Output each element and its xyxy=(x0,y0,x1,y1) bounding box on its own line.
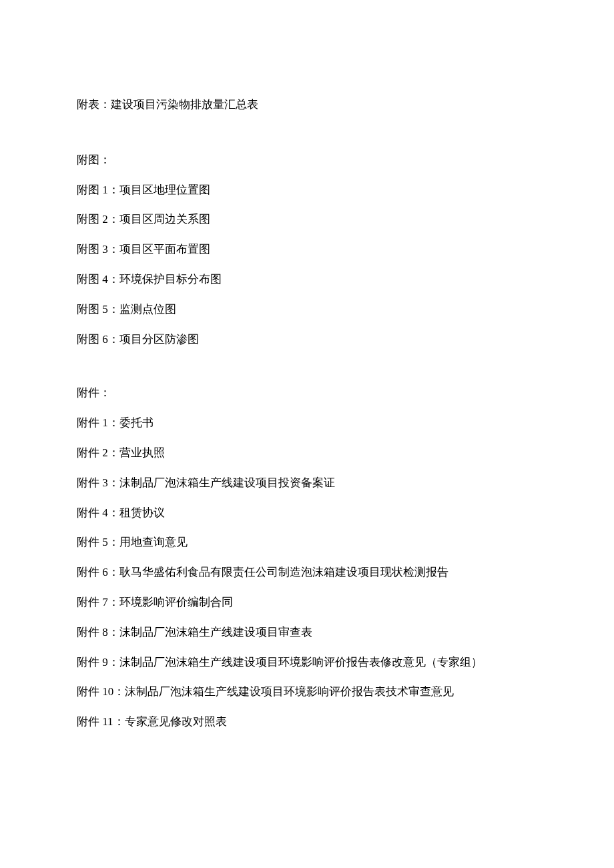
attachment-item: 附件 8：沫制品厂泡沫箱生产线建设项目审查表 xyxy=(77,624,537,640)
figure-item: 附图 2：项目区周边关系图 xyxy=(77,211,537,228)
attachment-item: 附件 4：租赁协议 xyxy=(77,505,537,521)
attachment-item: 附件 6：耿马华盛佑利食品有限责任公司制造泡沫箱建设项目现状检测报告 xyxy=(77,564,537,580)
figures-heading: 附图： xyxy=(77,152,537,168)
figure-item: 附图 4：环境保护目标分布图 xyxy=(77,272,537,288)
attachment-item: 附件 7：环境影响评价编制合同 xyxy=(77,594,537,610)
figure-item: 附图 6：项目分区防渗图 xyxy=(77,332,537,348)
figure-item: 附图 3：项目区平面布置图 xyxy=(77,242,537,258)
figure-item: 附图 5：监测点位图 xyxy=(77,302,537,318)
figure-item: 附图 1：项目区地理位置图 xyxy=(77,182,537,198)
attachment-item: 附件 10：沫制品厂泡沫箱生产线建设项目环境影响评价报告表技术审查意见 xyxy=(77,684,537,700)
attachment-item: 附件 11：专家意见修改对照表 xyxy=(77,714,537,730)
attachment-item: 附件 5：用地查询意见 xyxy=(77,534,537,550)
document-page: 附表：建设项目污染物排放量汇总表 附图： 附图 1：项目区地理位置图 附图 2：… xyxy=(0,0,614,730)
attachment-item: 附件 2：营业执照 xyxy=(77,445,537,461)
attachment-item: 附件 1：委托书 xyxy=(77,415,537,431)
attachment-item: 附件 9：沫制品厂泡沫箱生产线建设项目环境影响评价报告表修改意见（专家组） xyxy=(77,655,537,671)
attachment-table-heading: 附表：建设项目污染物排放量汇总表 xyxy=(77,97,537,113)
attachments-heading: 附件： xyxy=(77,385,537,401)
attachment-item: 附件 3：沫制品厂泡沫箱生产线建设项目投资备案证 xyxy=(77,475,537,491)
